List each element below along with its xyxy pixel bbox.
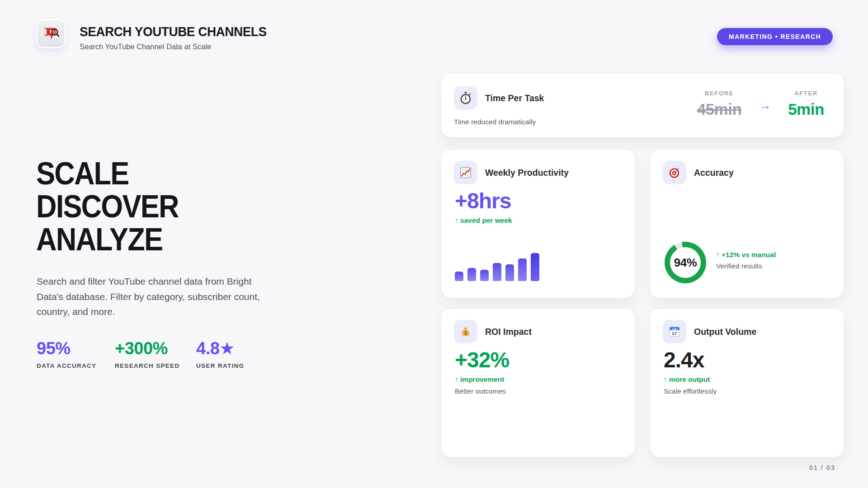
app-logo [36, 19, 66, 48]
card-title: Accuracy [694, 168, 734, 178]
productivity-bar [467, 268, 476, 281]
hero-heading-line: ANALYZE [36, 223, 179, 256]
target-icon [663, 161, 686, 184]
card-title: Weekly Productivity [485, 168, 569, 178]
output-volume-card: July 17 Output Volume 2.4x ↑ more output… [650, 308, 844, 457]
after-value: 5min [770, 100, 842, 118]
before-label: BEFORE [683, 90, 755, 97]
hero-heading-line: DISCOVER [36, 190, 179, 223]
category-badge: MARKETING • RESEARCH [717, 28, 833, 45]
productivity-bar [455, 272, 463, 281]
productivity-bar [493, 263, 501, 281]
card-title: Output Volume [694, 327, 756, 337]
accuracy-donut-label: 94% [674, 256, 697, 270]
slide-pagination: 01 / 03 [809, 464, 835, 471]
svg-text:17: 17 [672, 331, 677, 336]
roi-impact-card: $ ROI Impact +32% ↑ improvement Better o… [441, 308, 635, 457]
money-bag-icon: $ [454, 320, 477, 343]
page-subtitle: Search YouTube Channel Data at Scale [80, 42, 281, 51]
hero-heading: SCALE DISCOVER ANALYZE [36, 157, 179, 256]
accuracy-text: ↑ +12% vs manual Verified results [716, 251, 776, 270]
stat-label: USER RATING [196, 362, 244, 369]
weekly-productivity-card: Weekly Productivity +8hrs ↑ saved per we… [441, 149, 635, 298]
stat-label: DATA ACCURACY [37, 362, 115, 369]
stat-data-accuracy: 95% DATA ACCURACY [37, 340, 115, 369]
stat-label: RESEARCH SPEED [115, 362, 196, 369]
metric-note: Verified results [716, 262, 776, 270]
header-text: SEARCH YOUTUBE CHANNELS Search YouTube C… [80, 24, 281, 51]
before-column: BEFORE 45min [683, 90, 755, 118]
metric-value: +8hrs [455, 190, 511, 212]
hero-description: Search and filter YouTube channel data f… [37, 274, 263, 319]
svg-text:$: $ [464, 330, 467, 336]
metric-highlight: ↑ +12% vs manual [716, 251, 776, 259]
slide: SEARCH YOUTUBE CHANNELS Search YouTube C… [0, 0, 868, 488]
stat-value: +300% [115, 340, 196, 357]
hero-stats: 95% DATA ACCURACY +300% RESEARCH SPEED 4… [37, 340, 244, 369]
card-title: ROI Impact [485, 327, 532, 337]
card-header: July 17 Output Volume [663, 320, 756, 343]
hero-heading-line: SCALE [36, 157, 179, 190]
productivity-bar [505, 264, 514, 281]
card-title: Time Per Task [485, 93, 544, 103]
productivity-bar-chart [455, 253, 541, 281]
card-header: $ ROI Impact [454, 320, 532, 343]
accuracy-donut: 94% [665, 242, 706, 283]
stat-value: 4.8★ [196, 340, 244, 357]
youtube-search-logo-icon [41, 23, 61, 44]
productivity-bar [518, 258, 527, 281]
metric-highlight: ↑ more output [664, 375, 710, 384]
metric-value: +32% [455, 349, 509, 371]
stopwatch-icon [454, 86, 477, 110]
metric-value: 2.4x [664, 349, 704, 371]
calendar-icon: July 17 [663, 320, 686, 343]
stat-user-rating: 4.8★ USER RATING [196, 340, 244, 369]
metric-note: Better outcomes [455, 387, 506, 395]
card-subtitle: Time reduced dramatically [454, 118, 536, 126]
metric-highlight: ↑ saved per week [455, 216, 512, 225]
metric-highlight: ↑ improvement [455, 375, 504, 384]
card-header: Accuracy [663, 161, 734, 184]
chart-increasing-icon [454, 161, 477, 184]
card-header: Weekly Productivity [454, 161, 569, 184]
time-per-task-card: Time Per Task Time reduced dramatically … [441, 73, 844, 137]
stat-value: 95% [37, 340, 115, 357]
card-header: Time Per Task [454, 86, 544, 110]
after-label: AFTER [770, 90, 842, 97]
productivity-bar [480, 270, 489, 281]
page-title: SEARCH YOUTUBE CHANNELS [80, 24, 267, 39]
accuracy-card: Accuracy 94% ↑ +12% vs manual Verified r… [650, 149, 844, 298]
after-column: AFTER 5min [770, 90, 842, 118]
productivity-bar [531, 253, 539, 281]
before-value: 45min [683, 100, 755, 118]
svg-text:July: July [672, 328, 677, 330]
metric-note: Scale effortlessly [664, 387, 717, 395]
stat-research-speed: +300% RESEARCH SPEED [115, 340, 196, 369]
